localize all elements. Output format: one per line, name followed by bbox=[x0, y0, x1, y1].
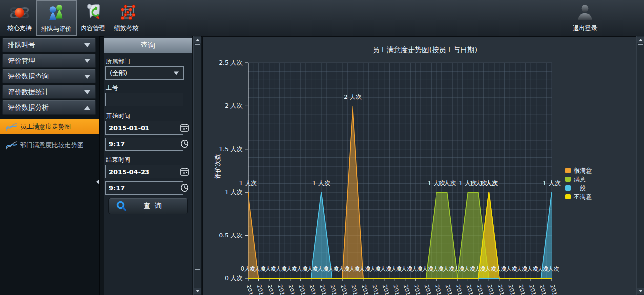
svg-text:2015-: 2015- bbox=[392, 284, 402, 295]
chart-legend: 很满意满意一般不满意 bbox=[565, 167, 592, 200]
chevron-down-icon bbox=[84, 90, 90, 94]
calendar-icon[interactable] bbox=[180, 167, 189, 177]
x-tick-labels: 2015-2015-2015-2015-2015-2015-2015-2015-… bbox=[245, 284, 560, 295]
toolbar-item-core-support[interactable]: 核心支持 bbox=[3, 0, 36, 36]
atom-icon bbox=[9, 2, 30, 23]
svg-text:2015-: 2015- bbox=[518, 284, 528, 295]
toolbar-item-label: 排队与评价 bbox=[41, 25, 72, 33]
svg-text:2015-: 2015- bbox=[444, 284, 455, 295]
sidebar-section-label: 评价数据分析 bbox=[8, 103, 84, 112]
chart-title: 员工满意度走势图(按员工与日期) bbox=[373, 46, 477, 54]
sidebar-section-评价管理[interactable]: 评价管理 bbox=[2, 54, 96, 68]
svg-text:2015-: 2015- bbox=[476, 284, 486, 295]
sidebar-item-label: 员工满意度走势图 bbox=[20, 122, 71, 131]
chevron-up-icon bbox=[84, 106, 90, 110]
start-time-field[interactable] bbox=[105, 138, 183, 151]
scroll-down-icon[interactable] bbox=[194, 288, 201, 294]
employee-id-field[interactable] bbox=[105, 93, 183, 106]
svg-text:2015-: 2015- bbox=[381, 284, 392, 295]
sidebar-section-label: 评价数据查询 bbox=[8, 72, 84, 81]
chevron-down-icon bbox=[84, 59, 90, 63]
y-tick-label: 1 人次 bbox=[225, 188, 243, 196]
svg-text:2015-: 2015- bbox=[539, 284, 549, 295]
svg-text:1 人次: 1 人次 bbox=[543, 179, 561, 187]
svg-text:2015-: 2015- bbox=[276, 284, 287, 295]
end-time-label: 结束时间 bbox=[106, 156, 130, 164]
toolbar-item-content-mgmt[interactable]: 内容管理 bbox=[77, 0, 110, 36]
satisfaction-trend-chart: 员工满意度走势图(按员工与日期)评价次数0 人次0.5 人次1 人次1.5 人次… bbox=[208, 37, 636, 295]
y-tick-label: 1.5 人次 bbox=[219, 145, 243, 153]
logout-label: 退出登录 bbox=[573, 24, 597, 33]
search-button[interactable]: 查 询 bbox=[108, 198, 188, 214]
scroll-down-icon[interactable] bbox=[637, 288, 644, 294]
svg-text:1 人次: 1 人次 bbox=[438, 179, 456, 187]
app-window: { "toolbar": { "items": [ {"id": "core-s… bbox=[0, 0, 644, 295]
start-date-field[interactable] bbox=[105, 121, 183, 135]
employee-id-label: 工号 bbox=[106, 84, 118, 92]
chart-scrollbar[interactable] bbox=[636, 36, 644, 295]
sidebar-item-label: 部门满意度比较走势图 bbox=[20, 141, 83, 150]
svg-text:2015-: 2015- bbox=[434, 284, 444, 295]
y-tick-label: 2 人次 bbox=[225, 102, 243, 109]
scroll-up-icon[interactable] bbox=[194, 37, 201, 43]
svg-text:2015-: 2015- bbox=[507, 284, 518, 295]
department-select[interactable]: (全部) bbox=[105, 66, 184, 80]
query-panel-header: 查询 bbox=[104, 38, 192, 53]
svg-text:2015-: 2015- bbox=[413, 284, 423, 295]
svg-text:不满意: 不满意 bbox=[573, 193, 592, 200]
svg-text:2015-: 2015- bbox=[329, 284, 340, 295]
svg-text:2015-: 2015- bbox=[297, 284, 308, 295]
end-date-field[interactable] bbox=[105, 165, 183, 178]
svg-text:1 人次: 1 人次 bbox=[312, 179, 331, 187]
sidebar-item-部门满意度比较走势图[interactable]: 部门满意度比较走势图 bbox=[0, 138, 99, 153]
chart-area: 员工满意度走势图(按员工与日期)评价次数0 人次0.5 人次1 人次1.5 人次… bbox=[202, 36, 636, 295]
collapse-sidebar-icon[interactable] bbox=[96, 179, 99, 184]
sidebar-section-评价数据查询[interactable]: 评价数据查询 bbox=[2, 69, 96, 83]
toolbar-item-label: 内容管理 bbox=[81, 24, 105, 33]
svg-text:2015-: 2015- bbox=[350, 284, 361, 295]
top-toolbar: 核心支持 排队与评价 内容管理 绩效考核 退出登录 bbox=[0, 0, 644, 37]
sidebar-section-label: 评价数据统计 bbox=[8, 88, 84, 97]
sidebar-section-评价数据统计[interactable]: 评价数据统计 bbox=[2, 85, 96, 99]
y-tick-label: 0 人次 bbox=[225, 275, 243, 282]
svg-text:2015-: 2015- bbox=[360, 284, 371, 295]
svg-text:满意: 满意 bbox=[574, 176, 586, 183]
chart-line-icon bbox=[5, 140, 18, 151]
svg-text:2015-: 2015- bbox=[423, 284, 434, 295]
svg-text:2015-: 2015- bbox=[318, 284, 329, 295]
scrollbar-thumb[interactable] bbox=[195, 44, 200, 270]
svg-text:2015-: 2015- bbox=[497, 284, 507, 295]
svg-text:2015-: 2015- bbox=[287, 284, 298, 295]
query-panel-scrollbar[interactable] bbox=[193, 36, 201, 295]
toolbar-item-queue-and-eval[interactable]: 排队与评价 bbox=[36, 0, 77, 36]
sidebar-section-排队叫号[interactable]: 排队叫号 bbox=[2, 38, 96, 52]
svg-text:1 人次: 1 人次 bbox=[239, 179, 257, 187]
chart-line-icon bbox=[5, 121, 18, 132]
department-label: 所属部门 bbox=[106, 58, 130, 66]
svg-text:0人次: 0人次 bbox=[544, 265, 559, 272]
scroll-up-icon[interactable] bbox=[637, 37, 644, 43]
scrollbar-thumb[interactable] bbox=[638, 44, 643, 254]
calendar-icon[interactable] bbox=[180, 123, 189, 133]
svg-text:2015-: 2015- bbox=[455, 284, 465, 295]
toolbar-item-performance[interactable]: 绩效考核 bbox=[110, 0, 143, 36]
toolbar-item-label: 核心支持 bbox=[7, 24, 32, 33]
clock-icon[interactable] bbox=[180, 183, 189, 193]
department-value: (全部) bbox=[110, 69, 173, 78]
svg-text:2015-: 2015- bbox=[402, 284, 413, 295]
logout-button[interactable]: 退出登录 bbox=[569, 0, 601, 39]
cube-icon bbox=[116, 2, 137, 23]
person-icon bbox=[575, 2, 595, 23]
end-time-field[interactable] bbox=[105, 181, 183, 195]
svg-text:2015-: 2015- bbox=[308, 284, 319, 295]
svg-text:2015-: 2015- bbox=[528, 284, 539, 295]
zero-data-labels: 0人次0人次0人次0人次0人次0人次0人次0人次0人次0人次0人次0人次0人次0… bbox=[241, 265, 559, 272]
search-icon bbox=[116, 200, 127, 212]
sidebar-section-评价数据分析[interactable]: 评价数据分析 bbox=[2, 100, 96, 115]
sidebar-item-员工满意度走势图[interactable]: 员工满意度走势图 bbox=[0, 119, 99, 134]
svg-text:2015-: 2015- bbox=[486, 284, 497, 295]
pawns-icon bbox=[46, 3, 66, 23]
y-tick-label: 2.5 人次 bbox=[219, 59, 243, 66]
svg-text:2015-: 2015- bbox=[465, 284, 476, 295]
clock-icon[interactable] bbox=[180, 139, 189, 149]
